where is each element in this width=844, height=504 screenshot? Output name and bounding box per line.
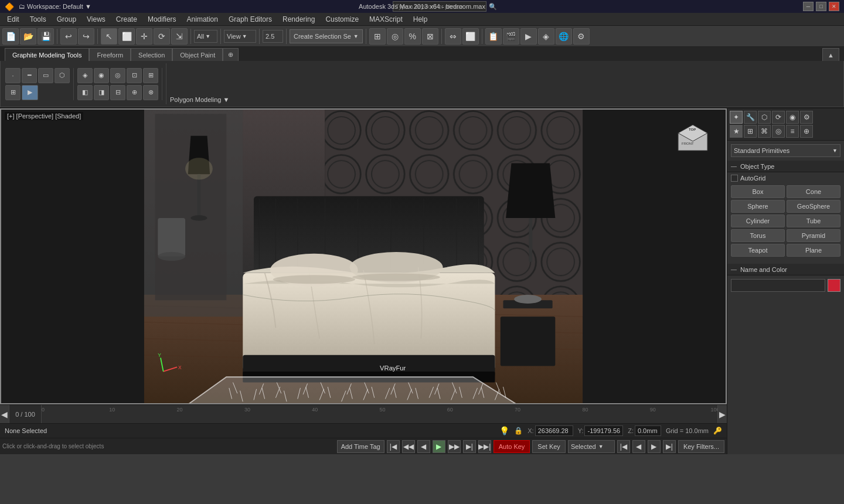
coord-x-value[interactable]: 263669.28: [535, 425, 573, 436]
rp-sub-tab-4[interactable]: ◎: [772, 125, 785, 138]
autogrid-checkbox[interactable]: [731, 175, 738, 182]
ribbon-btn-j[interactable]: ⊗: [143, 85, 158, 100]
tool-percent-snap[interactable]: %: [404, 28, 421, 45]
ribbon-btn-c[interactable]: ◎: [110, 68, 125, 83]
filter-dropdown[interactable]: All ▼: [194, 30, 217, 43]
view-dropdown[interactable]: View ▼: [224, 30, 256, 43]
menu-item-graph-editors[interactable]: Graph Editors: [224, 13, 277, 25]
collapse-icon[interactable]: ─: [731, 162, 737, 171]
tool-render[interactable]: 🎬: [503, 28, 519, 45]
minimize-button[interactable]: ─: [803, 2, 814, 11]
ribbon-btn-5[interactable]: ⊞: [5, 85, 21, 100]
maximize-button[interactable]: □: [816, 2, 826, 11]
ribbon-panel-collapse[interactable]: ▲: [822, 48, 839, 61]
tool-extras[interactable]: ⚙: [573, 28, 590, 45]
ot-btn-tube[interactable]: Tube: [787, 214, 840, 227]
ot-btn-pyramid[interactable]: Pyramid: [787, 229, 840, 242]
tool-environment[interactable]: 🌐: [556, 28, 572, 45]
anim-nav-btn-4[interactable]: ▶|: [663, 440, 676, 453]
tool-undo[interactable]: ↩: [60, 28, 77, 45]
close-button[interactable]: ✕: [829, 2, 839, 11]
menu-item-rendering[interactable]: Rendering: [278, 13, 319, 25]
tool-angle-snap[interactable]: ◎: [387, 28, 403, 45]
name-input-field[interactable]: [731, 279, 825, 292]
rp-tab-utilities[interactable]: ⚙: [800, 111, 813, 124]
tool-mirror[interactable]: ⇔: [445, 28, 461, 45]
ot-btn-torus[interactable]: Torus: [731, 229, 785, 242]
coord-z-value[interactable]: 0.0mm: [635, 425, 661, 436]
anim-btn-prev-frame[interactable]: |◀: [387, 440, 400, 453]
anim-btn-prev-key[interactable]: ◀◀: [402, 440, 415, 453]
timeline-right-arrow[interactable]: ▶: [717, 405, 727, 424]
create-selection-btn[interactable]: Create Selection Se ▼: [290, 29, 363, 43]
rp-tab-hierarchy[interactable]: ⬡: [758, 111, 771, 124]
menu-item-customize[interactable]: Customize: [321, 13, 363, 25]
tool-align[interactable]: ⬜: [462, 28, 479, 45]
tool-select[interactable]: ↖: [101, 28, 117, 45]
ribbon-btn-d[interactable]: ⊡: [127, 68, 142, 83]
ribbon-btn-b[interactable]: ◉: [94, 68, 109, 83]
ribbon-btn-element[interactable]: ⬡: [55, 68, 70, 83]
poly-modeling-label[interactable]: Polygon Modeling ▼: [166, 63, 229, 104]
menu-item-views[interactable]: Views: [82, 13, 110, 25]
rp-tab-modify[interactable]: 🔧: [744, 111, 757, 124]
anim-btn-play-fwd[interactable]: ▶▶: [448, 440, 461, 453]
rp-tab-create[interactable]: ✦: [730, 111, 743, 124]
color-swatch-btn[interactable]: [828, 279, 840, 292]
spinner-field[interactable]: 2.5: [263, 30, 283, 43]
status-icon-lock[interactable]: 🔒: [514, 427, 523, 435]
ribbon-btn-g[interactable]: ◨: [94, 85, 109, 100]
timeline-track[interactable]: 0 10 20 30 40 50 60 70 80 90 100: [42, 405, 717, 423]
menu-item-edit[interactable]: Edit: [2, 13, 24, 25]
tool-select-region[interactable]: ⬜: [118, 28, 135, 45]
rp-tab-motion[interactable]: ⟳: [772, 111, 785, 124]
timeline-left-arrow[interactable]: ◀: [0, 405, 9, 424]
ot-btn-box[interactable]: Box: [731, 185, 785, 198]
tool-rotate[interactable]: ⟳: [154, 28, 170, 45]
ribbon-tab-object-paint[interactable]: Object Paint: [172, 48, 223, 61]
rp-sub-tab-2[interactable]: ⊞: [744, 125, 757, 138]
anim-nav-btn-3[interactable]: ▶: [648, 440, 661, 453]
menu-item-maxscript[interactable]: MAXScript: [365, 13, 407, 25]
tool-new[interactable]: 📄: [2, 28, 19, 45]
autokey-button[interactable]: Auto Key: [494, 440, 530, 453]
tool-move[interactable]: ✛: [136, 28, 152, 45]
category-dropdown[interactable]: Standard Primitives ▼: [731, 144, 840, 157]
nav-cube[interactable]: TOP FRONT: [671, 120, 715, 164]
anim-nav-btn-1[interactable]: |◀: [617, 440, 630, 453]
ribbon-btn-i[interactable]: ⊕: [127, 85, 142, 100]
tool-active-shade[interactable]: ◈: [538, 28, 554, 45]
ribbon-tab-graphite[interactable]: Graphite Modeling Tools: [5, 48, 89, 61]
setkey-button[interactable]: Set Key: [532, 440, 566, 453]
ot-btn-plane[interactable]: Plane: [787, 244, 840, 257]
ribbon-btn-edge[interactable]: ━: [22, 68, 37, 83]
tool-quick-render[interactable]: ▶: [520, 28, 537, 45]
rp-sub-tab-5[interactable]: ≡: [786, 125, 799, 138]
rp-sub-tab-3[interactable]: ⌘: [758, 125, 771, 138]
ribbon-btn-vertex[interactable]: ·: [5, 68, 21, 83]
key-filters-btn[interactable]: Key Filters...: [678, 440, 724, 453]
ot-btn-teapot[interactable]: Teapot: [731, 244, 785, 257]
ot-btn-geosphere[interactable]: GeoSphere: [787, 200, 840, 213]
lock-key-icon[interactable]: 🔑: [713, 427, 722, 435]
menu-item-modifiers[interactable]: Modifiers: [143, 13, 181, 25]
anim-btn-play-back[interactable]: ◀: [417, 440, 430, 453]
collapse-name-color-icon[interactable]: ─: [731, 265, 737, 274]
ribbon-btn-6[interactable]: ▶: [22, 85, 38, 100]
tool-layer[interactable]: 📋: [485, 28, 502, 45]
tool-snap[interactable]: ⊞: [369, 28, 386, 45]
ribbon-btn-polygon[interactable]: ▭: [38, 68, 53, 83]
ot-btn-sphere[interactable]: Sphere: [731, 200, 785, 213]
menu-item-create[interactable]: Create: [111, 13, 142, 25]
viewport-main[interactable]: [+] [Perspective] [Shaded]: [0, 108, 727, 404]
tool-save[interactable]: 💾: [38, 28, 54, 45]
coord-y-value[interactable]: -199179.56: [584, 425, 623, 436]
ribbon-tab-selection[interactable]: Selection: [131, 48, 172, 61]
anim-btn-next-key[interactable]: ▶|: [463, 440, 476, 453]
tool-scale[interactable]: ⇲: [171, 28, 188, 45]
rp-sub-tab-1[interactable]: ★: [730, 125, 743, 138]
rp-sub-tab-6[interactable]: ⊕: [800, 125, 813, 138]
ribbon-btn-h[interactable]: ⊟: [110, 85, 125, 100]
tool-redo[interactable]: ↪: [78, 28, 94, 45]
ribbon-btn-e[interactable]: ⊞: [143, 68, 158, 83]
